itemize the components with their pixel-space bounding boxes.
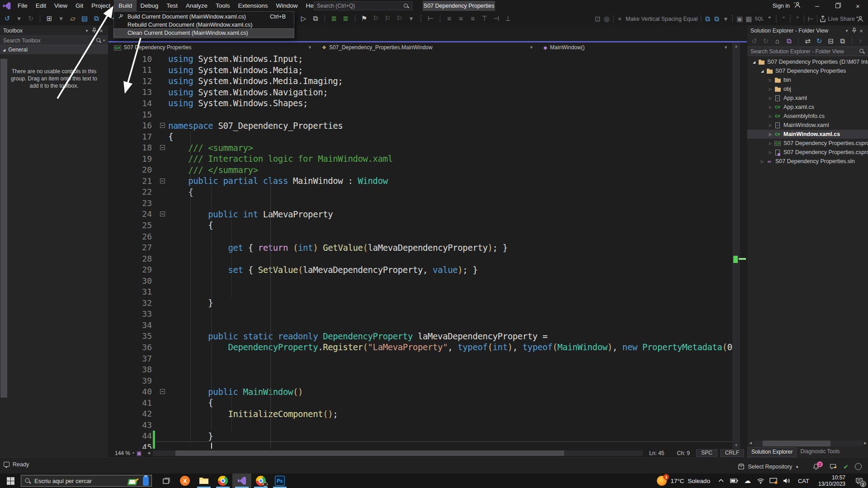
spacing-mode-icon[interactable]: ⌖ <box>615 14 624 23</box>
menu-debug[interactable]: Debug <box>136 0 162 11</box>
spaces-indicator[interactable]: SPC <box>696 449 717 457</box>
outlining-margin[interactable] <box>156 120 168 131</box>
bookmark-dropdown-icon[interactable]: ▾ <box>407 14 416 23</box>
outlining-margin[interactable] <box>156 65 168 76</box>
tree-item-bin[interactable]: ▷bin <box>747 75 868 84</box>
tree-item-s07-dependency-properties-csproj[interactable]: ▷S07 Dependency Properties.csproj <box>747 148 868 157</box>
outlining-margin[interactable] <box>156 220 168 231</box>
code-line-14[interactable]: 14using System.Windows.Shapes; <box>108 98 732 109</box>
taskbar-clock[interactable]: 10:57 13/10/2023 <box>814 474 850 487</box>
visual-studio-icon[interactable] <box>232 474 251 488</box>
open-file-icon[interactable]: ▱ <box>68 14 77 23</box>
menu-item-build-current-document[interactable]: Build Current Document (MainWindow.xaml.… <box>114 13 294 21</box>
align-centers-icon[interactable]: ≡ <box>457 14 466 23</box>
line-ending-indicator[interactable]: CRLF <box>720 449 744 457</box>
code-line-43[interactable]: 43 <box>108 419 732 431</box>
tree-expanded-icon[interactable]: ◢ <box>759 69 765 73</box>
tree-collapsed-icon[interactable]: ▷ <box>767 132 774 136</box>
outlining-margin[interactable] <box>156 197 168 209</box>
quotes-tool2-icon[interactable]: ” <box>779 14 788 23</box>
editor-vertical-scrollbar-thumb[interactable] <box>0 59 7 398</box>
code-line-24[interactable]: 24 public int LaMevaProperty <box>108 209 732 220</box>
outlining-margin[interactable] <box>156 153 168 164</box>
code-line-22[interactable]: 22 { <box>108 187 732 198</box>
outlining-margin[interactable] <box>156 231 168 242</box>
menu-view[interactable]: View <box>50 0 71 11</box>
live-share-icon[interactable] <box>819 15 826 23</box>
volume-icon[interactable] <box>780 474 793 488</box>
tree-item-app-xaml-cs[interactable]: ▷C#App.xaml.cs <box>747 103 868 112</box>
collapse-region-icon[interactable] <box>160 123 165 128</box>
menu-item-clean-current-document[interactable]: Clean Current Document (MainWindow.xaml.… <box>114 29 294 37</box>
outlining-margin[interactable] <box>156 386 168 397</box>
close-button[interactable]: × <box>848 0 868 12</box>
outlining-margin[interactable] <box>156 109 168 120</box>
outlining-margin[interactable] <box>156 364 168 375</box>
menu-file[interactable]: File <box>14 0 32 11</box>
code-line-32[interactable]: 32 } <box>108 297 732 309</box>
se-refresh-icon[interactable]: ↻ <box>815 37 824 46</box>
menu-window[interactable]: Window <box>272 0 302 11</box>
find-in-designer-icon[interactable]: ◎ <box>602 14 611 23</box>
action-center-button[interactable]: 2 <box>850 474 868 488</box>
send-feedback-button[interactable] <box>830 463 837 470</box>
menu-build[interactable]: Build <box>114 0 136 11</box>
tree-item-s07-dependency-properties-sln[interactable]: ▷∞S07 Dependency Properties.sln <box>747 157 868 166</box>
tree-item-obj[interactable]: ▷obj <box>747 84 868 94</box>
bring-to-front-icon[interactable]: ⧉ <box>703 14 712 23</box>
outlining-margin[interactable] <box>156 98 168 109</box>
toolbox-search-box[interactable]: Search Toolbox ▾ <box>0 36 108 45</box>
cast-icon[interactable] <box>767 474 780 488</box>
code-line-12[interactable]: 12using System.Windows.Media.Imaging; <box>108 75 732 87</box>
nav-backward-icon[interactable]: ↺ <box>3 14 12 23</box>
table-designer-icon[interactable]: ▦ <box>744 14 753 23</box>
outlining-margin[interactable] <box>156 175 168 187</box>
file-explorer-icon[interactable] <box>194 474 213 488</box>
quick-search-box[interactable]: Search (Ctrl+Q) <box>314 1 412 10</box>
code-line-20[interactable]: 20 /// </summary> <box>108 164 732 175</box>
outlining-margin[interactable] <box>156 75 168 87</box>
tree-collapsed-icon[interactable]: ▷ <box>767 105 774 109</box>
outlining-margin[interactable] <box>156 419 168 431</box>
code-line-34[interactable]: 34 <box>108 319 732 331</box>
zoom-extents-icon[interactable]: ⊡ <box>593 14 602 23</box>
quotes-tool-icon[interactable]: ” <box>765 14 774 23</box>
new-project-dropdown-icon[interactable]: ▾ <box>57 14 66 23</box>
editor-horizontal-scrollbar-thumb[interactable] <box>175 450 564 456</box>
menu-item-rebuild-current-document[interactable]: Rebuild Current Document (MainWindow.xam… <box>114 21 294 29</box>
task-view-icon[interactable] <box>156 474 175 488</box>
tree-item-assemblyinfo-cs[interactable]: ▷C#AssemblyInfo.cs <box>747 112 868 121</box>
tree-item-mainwindow-xaml[interactable]: ▷‹›MainWindow.xaml <box>747 121 868 130</box>
outlining-margin[interactable] <box>156 353 168 364</box>
editor-zoom-control[interactable]: 144 % ▾ ▣ <box>115 450 142 456</box>
wifi-icon[interactable] <box>754 474 767 488</box>
sql-label[interactable]: SQL <box>753 16 765 21</box>
battery-icon[interactable] <box>728 474 741 488</box>
outlining-margin[interactable] <box>156 264 168 275</box>
weather-widget[interactable]: 1 17°C Soleado <box>652 476 715 486</box>
outlining-margin[interactable] <box>156 342 168 353</box>
language-indicator[interactable]: CAT <box>793 478 814 484</box>
align-bottoms-icon[interactable]: ⊥ <box>504 14 513 23</box>
se-switch-views-icon[interactable]: ⧉ <box>785 37 793 46</box>
outlining-margin[interactable] <box>156 275 168 286</box>
code-line-40[interactable]: 40 public MainWindow() <box>108 386 732 397</box>
code-line-42[interactable]: 42 InitializeComponent(); <box>108 408 732 420</box>
code-line-25[interactable]: 25 { <box>108 220 732 231</box>
format-document-icon[interactable]: ≣ <box>330 14 339 23</box>
xampp-icon[interactable]: X <box>175 474 194 488</box>
code-editor[interactable]: 10using System.Windows.Input;11using Sys… <box>108 52 732 449</box>
previous-bookmark-icon[interactable]: ⚐ <box>372 14 381 23</box>
selection-icon[interactable]: ▷ <box>299 14 308 23</box>
tree-collapsed-icon[interactable]: ▷ <box>767 123 774 127</box>
tab-solution-explorer[interactable]: Solution Explorer <box>747 447 797 457</box>
collapse-region-icon[interactable] <box>160 389 165 394</box>
code-line-36[interactable]: 36 DependencyProperty.Register("LaMevaPr… <box>108 342 732 353</box>
menu-edit[interactable]: Edit <box>32 0 50 11</box>
scroll-up-icon[interactable]: ▲ <box>732 43 740 50</box>
code-line-17[interactable]: 17{ <box>108 131 732 142</box>
outlining-margin[interactable] <box>156 408 168 420</box>
code-line-21[interactable]: 21 public partial class MainWindow : Win… <box>108 175 732 187</box>
select-repository-button[interactable]: Select Repository ▲ <box>738 463 799 470</box>
code-line-41[interactable]: 41 { <box>108 397 732 408</box>
